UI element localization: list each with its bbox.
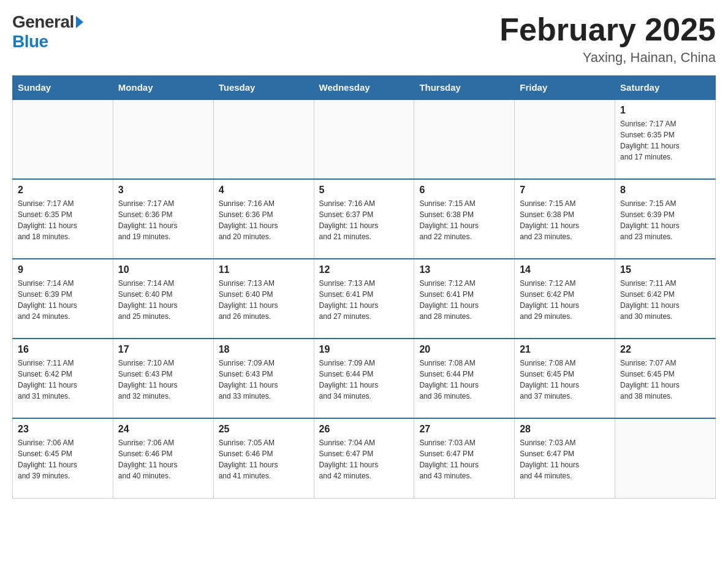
calendar-cell: 14Sunrise: 7:12 AM Sunset: 6:42 PM Dayli… (515, 259, 615, 339)
day-info: Sunrise: 7:14 AM Sunset: 6:40 PM Dayligh… (118, 278, 208, 322)
logo-arrow-icon (76, 16, 83, 28)
day-info: Sunrise: 7:15 AM Sunset: 6:38 PM Dayligh… (419, 198, 509, 242)
calendar-cell: 26Sunrise: 7:04 AM Sunset: 6:47 PM Dayli… (314, 418, 414, 498)
day-info: Sunrise: 7:09 AM Sunset: 6:44 PM Dayligh… (319, 358, 409, 402)
day-number: 9 (18, 264, 108, 275)
day-info: Sunrise: 7:13 AM Sunset: 6:40 PM Dayligh… (219, 278, 309, 322)
day-number: 14 (520, 264, 610, 275)
day-number: 24 (118, 424, 208, 435)
calendar-cell (414, 99, 515, 179)
calendar-cell: 23Sunrise: 7:06 AM Sunset: 6:45 PM Dayli… (13, 418, 113, 498)
day-number: 6 (419, 185, 509, 196)
calendar-week-3: 9Sunrise: 7:14 AM Sunset: 6:39 PM Daylig… (13, 259, 716, 339)
calendar-cell: 20Sunrise: 7:08 AM Sunset: 6:44 PM Dayli… (414, 339, 515, 418)
day-info: Sunrise: 7:14 AM Sunset: 6:39 PM Dayligh… (18, 278, 108, 322)
day-number: 2 (18, 185, 108, 196)
title-block: February 2025 Yaxing, Hainan, China (499, 12, 716, 66)
calendar-cell: 12Sunrise: 7:13 AM Sunset: 6:41 PM Dayli… (314, 259, 414, 339)
calendar-cell: 9Sunrise: 7:14 AM Sunset: 6:39 PM Daylig… (13, 259, 113, 339)
day-number: 11 (219, 264, 309, 275)
day-number: 1 (620, 105, 710, 116)
weekday-header-friday: Friday (515, 76, 615, 100)
day-number: 7 (520, 185, 610, 196)
day-info: Sunrise: 7:12 AM Sunset: 6:41 PM Dayligh… (419, 278, 509, 322)
day-info: Sunrise: 7:06 AM Sunset: 6:46 PM Dayligh… (118, 437, 208, 481)
calendar-cell (13, 99, 113, 179)
calendar-cell: 1Sunrise: 7:17 AM Sunset: 6:35 PM Daylig… (615, 99, 716, 179)
logo-general: General (12, 12, 74, 32)
day-info: Sunrise: 7:12 AM Sunset: 6:42 PM Dayligh… (520, 278, 610, 322)
calendar-table: SundayMondayTuesdayWednesdayThursdayFrid… (12, 75, 716, 499)
day-info: Sunrise: 7:15 AM Sunset: 6:39 PM Dayligh… (620, 198, 710, 242)
day-info: Sunrise: 7:17 AM Sunset: 6:35 PM Dayligh… (620, 118, 710, 163)
calendar-cell (615, 418, 716, 498)
day-info: Sunrise: 7:04 AM Sunset: 6:47 PM Dayligh… (319, 437, 409, 481)
day-number: 19 (319, 344, 409, 355)
calendar-cell: 15Sunrise: 7:11 AM Sunset: 6:42 PM Dayli… (615, 259, 716, 339)
calendar-cell (213, 99, 314, 179)
day-number: 17 (118, 344, 208, 355)
day-number: 10 (118, 264, 208, 275)
weekday-row: SundayMondayTuesdayWednesdayThursdayFrid… (13, 76, 716, 100)
day-info: Sunrise: 7:08 AM Sunset: 6:44 PM Dayligh… (419, 358, 509, 402)
calendar-cell: 3Sunrise: 7:17 AM Sunset: 6:36 PM Daylig… (113, 179, 213, 259)
calendar-cell: 16Sunrise: 7:11 AM Sunset: 6:42 PM Dayli… (13, 339, 113, 418)
calendar-cell: 25Sunrise: 7:05 AM Sunset: 6:46 PM Dayli… (213, 418, 314, 498)
day-number: 4 (219, 185, 309, 196)
calendar-body: 1Sunrise: 7:17 AM Sunset: 6:35 PM Daylig… (13, 99, 716, 498)
day-info: Sunrise: 7:09 AM Sunset: 6:43 PM Dayligh… (219, 358, 309, 402)
calendar-header: SundayMondayTuesdayWednesdayThursdayFrid… (13, 76, 716, 100)
calendar-cell: 17Sunrise: 7:10 AM Sunset: 6:43 PM Dayli… (113, 339, 213, 418)
day-number: 15 (620, 264, 710, 275)
day-info: Sunrise: 7:16 AM Sunset: 6:36 PM Dayligh… (219, 198, 309, 242)
location-subtitle: Yaxing, Hainan, China (499, 50, 716, 66)
calendar-week-1: 1Sunrise: 7:17 AM Sunset: 6:35 PM Daylig… (13, 99, 716, 179)
logo: General Blue (12, 12, 83, 52)
day-number: 25 (219, 424, 309, 435)
day-number: 27 (419, 424, 509, 435)
weekday-header-tuesday: Tuesday (213, 76, 314, 100)
weekday-header-wednesday: Wednesday (314, 76, 414, 100)
day-number: 16 (18, 344, 108, 355)
weekday-header-sunday: Sunday (13, 76, 113, 100)
day-number: 21 (520, 344, 610, 355)
day-info: Sunrise: 7:03 AM Sunset: 6:47 PM Dayligh… (419, 437, 509, 481)
day-info: Sunrise: 7:08 AM Sunset: 6:45 PM Dayligh… (520, 358, 610, 402)
calendar-cell: 21Sunrise: 7:08 AM Sunset: 6:45 PM Dayli… (515, 339, 615, 418)
day-info: Sunrise: 7:10 AM Sunset: 6:43 PM Dayligh… (118, 358, 208, 402)
calendar-cell (314, 99, 414, 179)
weekday-header-saturday: Saturday (615, 76, 716, 100)
weekday-header-thursday: Thursday (414, 76, 515, 100)
day-number: 13 (419, 264, 509, 275)
day-info: Sunrise: 7:15 AM Sunset: 6:38 PM Dayligh… (520, 198, 610, 242)
day-number: 26 (319, 424, 409, 435)
calendar-week-5: 23Sunrise: 7:06 AM Sunset: 6:45 PM Dayli… (13, 418, 716, 498)
calendar-cell: 11Sunrise: 7:13 AM Sunset: 6:40 PM Dayli… (213, 259, 314, 339)
day-number: 3 (118, 185, 208, 196)
day-info: Sunrise: 7:06 AM Sunset: 6:45 PM Dayligh… (18, 437, 108, 481)
calendar-cell: 5Sunrise: 7:16 AM Sunset: 6:37 PM Daylig… (314, 179, 414, 259)
calendar-cell: 8Sunrise: 7:15 AM Sunset: 6:39 PM Daylig… (615, 179, 716, 259)
day-info: Sunrise: 7:13 AM Sunset: 6:41 PM Dayligh… (319, 278, 409, 322)
day-info: Sunrise: 7:16 AM Sunset: 6:37 PM Dayligh… (319, 198, 409, 242)
day-info: Sunrise: 7:05 AM Sunset: 6:46 PM Dayligh… (219, 437, 309, 481)
calendar-cell: 7Sunrise: 7:15 AM Sunset: 6:38 PM Daylig… (515, 179, 615, 259)
day-info: Sunrise: 7:03 AM Sunset: 6:47 PM Dayligh… (520, 437, 610, 481)
calendar-cell: 28Sunrise: 7:03 AM Sunset: 6:47 PM Dayli… (515, 418, 615, 498)
calendar-week-2: 2Sunrise: 7:17 AM Sunset: 6:35 PM Daylig… (13, 179, 716, 259)
calendar-cell (515, 99, 615, 179)
day-info: Sunrise: 7:11 AM Sunset: 6:42 PM Dayligh… (620, 278, 710, 322)
calendar-cell: 18Sunrise: 7:09 AM Sunset: 6:43 PM Dayli… (213, 339, 314, 418)
calendar-cell: 10Sunrise: 7:14 AM Sunset: 6:40 PM Dayli… (113, 259, 213, 339)
day-number: 18 (219, 344, 309, 355)
day-info: Sunrise: 7:11 AM Sunset: 6:42 PM Dayligh… (18, 358, 108, 402)
calendar-cell: 19Sunrise: 7:09 AM Sunset: 6:44 PM Dayli… (314, 339, 414, 418)
day-number: 23 (18, 424, 108, 435)
day-number: 5 (319, 185, 409, 196)
month-year-title: February 2025 (499, 12, 716, 47)
day-info: Sunrise: 7:17 AM Sunset: 6:35 PM Dayligh… (18, 198, 108, 242)
calendar-cell: 24Sunrise: 7:06 AM Sunset: 6:46 PM Dayli… (113, 418, 213, 498)
day-number: 12 (319, 264, 409, 275)
calendar-cell: 6Sunrise: 7:15 AM Sunset: 6:38 PM Daylig… (414, 179, 515, 259)
day-number: 8 (620, 185, 710, 196)
